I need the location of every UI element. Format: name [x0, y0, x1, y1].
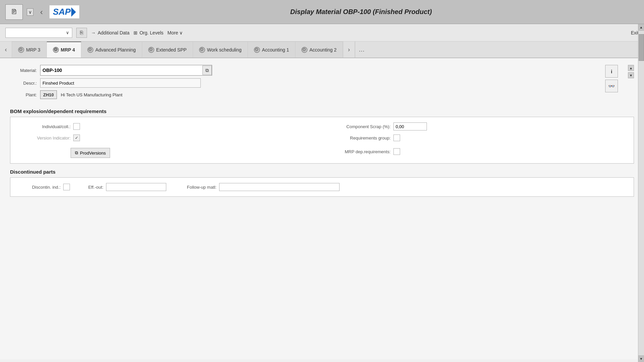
component-scrap-field: Component Scrap (%): [327, 122, 627, 130]
tab-advanced-planning[interactable]: Advanced Planning [81, 41, 142, 58]
requirements-group-label: Requirements group: [327, 135, 391, 141]
tab-accounting1-icon [254, 47, 260, 53]
tab-accounting1-label: Accounting 1 [262, 47, 289, 53]
material-fields: Material: ⧉ Descr.: Plant: ZH10 Hi Tech … [10, 65, 595, 102]
scroll-down-arrow[interactable]: ▼ [628, 72, 634, 78]
tab-mrp4-label: MRP 4 [61, 47, 75, 53]
requirements-group-checkbox[interactable] [393, 134, 400, 141]
eff-out-label: Eff.-out: [80, 185, 103, 190]
version-indicator-field: Version Indicator: ✓ [17, 134, 317, 141]
tab-accounting2-label: Accounting 2 [309, 47, 337, 53]
tab-accounting1[interactable]: Accounting 1 [248, 41, 295, 58]
org-levels-label: Org. Levels [140, 30, 164, 35]
discontin-ind-label: Discontin. ind.: [17, 185, 61, 190]
mrp-dep-label: MRP dep.requirements: [327, 149, 391, 154]
additional-data-link[interactable]: → Additional Data [91, 30, 129, 35]
follow-up-matl-field: Follow-up matl: [176, 183, 340, 191]
tab-nav-left[interactable]: ‹ [0, 41, 12, 58]
bom-section-title: BOM explosion/dependent requirements [10, 108, 634, 114]
toolbar: ∨ ⎘ → Additional Data ⊞ Org. Levels More… [0, 24, 644, 41]
bom-section-box: Individual/coll.: Component Scrap (%): V… [10, 117, 634, 164]
plant-value: ZH10 [40, 90, 57, 99]
tab-more-button[interactable]: … [355, 41, 368, 58]
individual-coll-checkbox[interactable] [73, 123, 80, 130]
arrow-icon: → [91, 30, 96, 35]
scrollbar-down-btn[interactable]: ▼ [638, 355, 644, 362]
tab-work-scheduling-label: Work scheduling [207, 47, 242, 53]
scrollbar-up-btn[interactable]: ▲ [638, 24, 644, 31]
toolbar-icon-btn[interactable]: ⎘ [76, 28, 87, 38]
plant-desc: Hi Tech US Manufacturing Plant [61, 92, 122, 97]
tab-advanced-planning-icon [87, 47, 93, 53]
prod-versions-button[interactable]: ⧉ ProdVersions [71, 148, 110, 158]
descr-field-row: Descr.: [10, 78, 595, 88]
page-title: Display Material OBP-100 (Finished Produ… [83, 8, 639, 16]
additional-data-label: Additional Data [98, 30, 129, 35]
individual-coll-field: Individual/coll.: [17, 122, 317, 130]
sap-logo-text: SAP [53, 7, 71, 17]
tab-accounting2-icon [301, 47, 307, 53]
org-levels-icon: ⊞ [133, 30, 137, 35]
toolbar-dropdown[interactable]: ∨ [5, 28, 72, 38]
tab-mrp4[interactable]: MRP 4 [47, 41, 82, 58]
individual-coll-label: Individual/coll.: [17, 124, 71, 129]
discontinued-form-row: Discontin. ind.: Eff.-out: Follow-up mat… [17, 183, 627, 191]
version-indicator-label: Version Indicator: [17, 135, 71, 141]
sap-logo: SAP [50, 5, 79, 18]
tab-advanced-planning-label: Advanced Planning [95, 47, 136, 53]
tab-nav-right[interactable]: › [343, 41, 355, 58]
tab-extended-spp[interactable]: Extended SPP [142, 41, 193, 58]
follow-up-matl-input[interactable] [219, 183, 340, 191]
glasses-button[interactable]: 👓 [605, 80, 618, 92]
discontin-ind-field: Discontin. ind.: [17, 184, 70, 190]
info-button[interactable]: i [605, 65, 618, 78]
info-icon: i [611, 69, 612, 74]
prod-versions-label: ProdVersions [80, 151, 106, 156]
tab-mrp4-icon [53, 47, 59, 53]
mrp-dep-field: MRP dep.requirements: [327, 145, 627, 158]
dropdown-arrow-titlebar[interactable]: ∨ [27, 8, 33, 16]
eff-out-input[interactable] [106, 183, 166, 191]
descr-input[interactable] [40, 78, 201, 88]
title-bar: 🖹 ∨ ‹ SAP Display Material OBP-100 (Fini… [0, 0, 644, 24]
prod-versions-icon: ⧉ [75, 150, 78, 156]
scroll-arrows: ▲ ▼ [628, 65, 634, 78]
checkbox-check-icon: ✓ [75, 135, 78, 140]
discontinued-section-title: Discontinued parts [10, 169, 634, 175]
more-label: More ∨ [168, 30, 183, 35]
scroll-up-arrow[interactable]: ▲ [628, 65, 634, 71]
discontin-ind-checkbox[interactable] [63, 184, 70, 190]
copy-icon: ⧉ [205, 68, 209, 73]
more-link[interactable]: More ∨ [168, 30, 183, 35]
bom-section: BOM explosion/dependent requirements Ind… [10, 108, 634, 164]
tab-mrp3-label: MRP 3 [26, 47, 40, 53]
tab-extended-spp-label: Extended SPP [156, 47, 187, 53]
material-label: Material: [10, 68, 40, 73]
tab-work-scheduling-icon [199, 47, 205, 53]
material-input[interactable] [40, 65, 201, 75]
plant-field-row: Plant: ZH10 Hi Tech US Manufacturing Pla… [10, 90, 595, 99]
mrp-dep-checkbox[interactable] [393, 148, 400, 155]
scrollbar-thumb[interactable] [639, 34, 644, 61]
tab-mrp3[interactable]: MRP 3 [12, 41, 47, 58]
material-field-row: Material: ⧉ [10, 65, 595, 76]
app-icon-char: 🖹 [11, 8, 17, 16]
exit-button[interactable]: Exit [631, 30, 639, 35]
sap-logo-triangle [71, 7, 76, 17]
app-icon[interactable]: 🖹 [5, 4, 23, 20]
follow-up-matl-label: Follow-up matl: [176, 185, 216, 190]
org-levels-link[interactable]: ⊞ Org. Levels [133, 30, 164, 35]
component-scrap-input[interactable] [393, 122, 427, 130]
tab-work-scheduling[interactable]: Work scheduling [193, 41, 248, 58]
discontinued-section-box: Discontin. ind.: Eff.-out: Follow-up mat… [10, 177, 634, 197]
copy-button[interactable]: ⧉ [202, 66, 212, 75]
version-indicator-checkbox[interactable]: ✓ [73, 134, 80, 141]
tab-bar: ‹ MRP 3 MRP 4 Advanced Planning Extended… [0, 41, 644, 58]
plant-label: Plant: [10, 92, 40, 97]
requirements-group-field: Requirements group: [327, 134, 627, 141]
nav-back-button[interactable]: ‹ [37, 7, 45, 17]
tab-accounting2[interactable]: Accounting 2 [295, 41, 343, 58]
tab-mrp3-icon [18, 47, 24, 53]
glasses-icon: 👓 [608, 83, 615, 89]
component-scrap-label: Component Scrap (%): [327, 124, 391, 129]
